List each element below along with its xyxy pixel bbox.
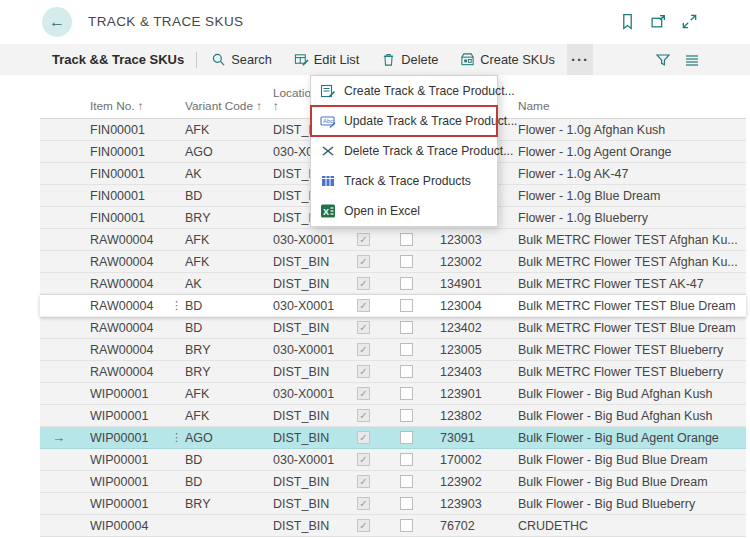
variant-code-cell[interactable]: AFK	[185, 409, 273, 423]
item-no-cell[interactable]: WIP00001	[90, 387, 168, 401]
table-row[interactable]: RAW00004BRYDIST_BIN123403Bulk METRC Flow…	[40, 361, 746, 383]
variant-code-cell[interactable]: AFK	[185, 387, 273, 401]
sku-no-cell[interactable]: 134901	[440, 277, 518, 291]
table-row[interactable]: WIP00001BDDIST_BIN123902Bulk Flower - Bi…	[40, 471, 746, 493]
item-no-cell[interactable]: RAW00004	[90, 343, 168, 357]
name-cell[interactable]: Bulk Flower - Big Bud Blue Dream	[518, 475, 746, 489]
back-button[interactable]: ←	[42, 7, 72, 37]
variant-code-cell[interactable]: AK	[185, 167, 273, 181]
unchecked-checkbox[interactable]	[400, 365, 413, 378]
checked-checkbox[interactable]	[357, 233, 370, 246]
create-skus-action[interactable]: Create SKUs	[460, 52, 555, 67]
more-options-button[interactable]: ···	[567, 44, 593, 75]
unchecked-checkbox[interactable]	[400, 233, 413, 246]
table-row[interactable]: RAW00004BRY030-X0001123005Bulk METRC Flo…	[40, 339, 746, 361]
checked-checkbox[interactable]	[357, 299, 370, 312]
variant-code-cell[interactable]: BRY	[185, 211, 273, 225]
unchecked-checkbox[interactable]	[400, 409, 413, 422]
name-cell[interactable]: Flower - 1.0g AK-47	[518, 167, 746, 181]
item-no-cell[interactable]: WIP00004	[90, 519, 168, 533]
table-row[interactable]: →WIP00001⋮AGODIST_BIN73091Bulk Flower - …	[40, 427, 746, 449]
checked-checkbox[interactable]	[357, 321, 370, 334]
unchecked-checkbox[interactable]	[400, 343, 413, 356]
location-code-cell[interactable]: 030-X0001	[273, 387, 357, 401]
sku-no-cell[interactable]: 76702	[440, 519, 518, 533]
column-header-item-no[interactable]: Item No. ↑	[90, 100, 168, 118]
name-cell[interactable]: Bulk METRC Flower TEST Blueberry	[518, 365, 746, 379]
expand-icon[interactable]	[681, 13, 698, 30]
name-cell[interactable]: CRUDETHC	[518, 519, 746, 533]
row-selected-arrow-icon[interactable]: →	[40, 430, 90, 445]
column-header-name[interactable]: Name	[518, 100, 746, 118]
name-cell[interactable]: Bulk Flower - Big Bud Afghan Kush	[518, 409, 746, 423]
menu-item-delete-track-trace-product[interactable]: Delete Track & Trace Product...	[311, 136, 497, 166]
unchecked-checkbox[interactable]	[400, 387, 413, 400]
variant-code-cell[interactable]: BRY	[185, 343, 273, 357]
checked-checkbox[interactable]	[357, 475, 370, 488]
location-code-cell[interactable]: 030-X0001	[273, 343, 357, 357]
name-cell[interactable]: Bulk METRC Flower TEST Blue Dream	[518, 299, 746, 313]
location-code-cell[interactable]: DIST_BIN	[273, 365, 357, 379]
name-cell[interactable]: Bulk Flower - Big Bud Blueberry	[518, 497, 746, 511]
unchecked-checkbox[interactable]	[400, 519, 413, 532]
checked-checkbox[interactable]	[357, 277, 370, 290]
name-cell[interactable]: Bulk Flower - Big Bud Blue Dream	[518, 453, 746, 467]
unchecked-checkbox[interactable]	[400, 453, 413, 466]
table-row[interactable]: RAW00004AFK030-X0001123003Bulk METRC Flo…	[40, 229, 746, 251]
filter-icon[interactable]	[655, 52, 671, 68]
checked-checkbox[interactable]	[357, 431, 370, 444]
unchecked-checkbox[interactable]	[400, 475, 413, 488]
table-row[interactable]: RAW00004AKDIST_BIN134901Bulk METRC Flowe…	[40, 273, 746, 295]
unchecked-checkbox[interactable]	[400, 321, 413, 334]
table-row[interactable]: RAW00004BDDIST_BIN123402Bulk METRC Flowe…	[40, 317, 746, 339]
table-row[interactable]: WIP00001BRYDIST_BIN123903Bulk Flower - B…	[40, 493, 746, 515]
column-header-variant-code[interactable]: Variant Code ↑	[185, 100, 273, 118]
menu-item-create-track-trace-product[interactable]: Create Track & Trace Product...	[311, 76, 497, 106]
name-cell[interactable]: Bulk METRC Flower TEST AK-47	[518, 277, 746, 291]
name-cell[interactable]: Flower - 1.0g Blue Dream	[518, 189, 746, 203]
variant-code-cell[interactable]: BRY	[185, 365, 273, 379]
location-code-cell[interactable]: DIST_BIN	[273, 497, 357, 511]
search-action[interactable]: Search	[211, 52, 272, 67]
unchecked-checkbox[interactable]	[400, 431, 413, 444]
location-code-cell[interactable]: DIST_BIN	[273, 277, 357, 291]
variant-code-cell[interactable]: BD	[185, 475, 273, 489]
checked-checkbox[interactable]	[357, 365, 370, 378]
location-code-cell[interactable]: DIST_BIN	[273, 431, 357, 445]
location-code-cell[interactable]: 030-X0001	[273, 453, 357, 467]
variant-code-cell[interactable]: AFK	[185, 255, 273, 269]
sku-no-cell[interactable]: 123402	[440, 321, 518, 335]
list-options-icon[interactable]	[684, 52, 700, 68]
table-row[interactable]: WIP00001AFK030-X0001123901Bulk Flower - …	[40, 383, 746, 405]
variant-code-cell[interactable]: AGO	[185, 145, 273, 159]
item-no-cell[interactable]: FIN00001	[90, 123, 168, 137]
location-code-cell[interactable]: DIST_BIN	[273, 409, 357, 423]
table-row[interactable]: WIP00004DIST_BIN76702CRUDETHC	[40, 515, 746, 537]
unchecked-checkbox[interactable]	[400, 299, 413, 312]
delete-action[interactable]: Delete	[381, 52, 438, 67]
item-no-cell[interactable]: FIN00001	[90, 145, 168, 159]
sku-no-cell[interactable]: 123902	[440, 475, 518, 489]
variant-code-cell[interactable]: AK	[185, 277, 273, 291]
popout-icon[interactable]	[650, 13, 667, 30]
table-row[interactable]: RAW00004AFKDIST_BIN123002Bulk METRC Flow…	[40, 251, 746, 273]
item-no-cell[interactable]: WIP00001	[90, 409, 168, 423]
checked-checkbox[interactable]	[357, 497, 370, 510]
checked-checkbox[interactable]	[357, 453, 370, 466]
sku-no-cell[interactable]: 123003	[440, 233, 518, 247]
item-no-cell[interactable]: WIP00001	[90, 431, 168, 445]
item-no-cell[interactable]: RAW00004	[90, 277, 168, 291]
location-code-cell[interactable]: 030-X0001	[273, 233, 357, 247]
variant-code-cell[interactable]: AFK	[185, 233, 273, 247]
menu-item-update-track-trace-product[interactable]: AbcUpdate Track & Trace Product...	[311, 106, 497, 136]
checked-checkbox[interactable]	[357, 343, 370, 356]
item-no-cell[interactable]: FIN00001	[90, 167, 168, 181]
bookmark-icon[interactable]	[619, 13, 636, 30]
name-cell[interactable]: Bulk METRC Flower TEST Afghan Ku...	[518, 255, 746, 269]
variant-code-cell[interactable]: BD	[185, 453, 273, 467]
location-code-cell[interactable]: 030-X0001	[273, 299, 357, 313]
table-row[interactable]: WIP00001AFKDIST_BIN123802Bulk Flower - B…	[40, 405, 746, 427]
name-cell[interactable]: Bulk Flower - Big Bud Afghan Kush	[518, 387, 746, 401]
item-no-cell[interactable]: RAW00004	[90, 299, 168, 313]
menu-item-track-trace-products[interactable]: Track & Trace Products	[311, 166, 497, 196]
